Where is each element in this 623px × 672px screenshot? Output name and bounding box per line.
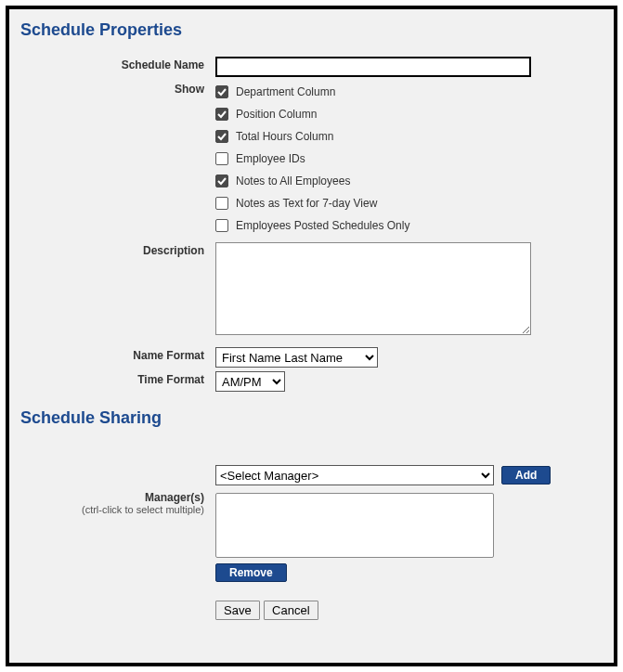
show-option-row: Notes as Text for 7-day View (215, 192, 603, 214)
label-name-format: Name Format (20, 347, 215, 362)
label-description: Description (20, 242, 215, 257)
name-format-select[interactable]: First Name Last Name (215, 347, 378, 368)
show-option-row: Employees Posted Schedules Only (215, 214, 603, 237)
show-option-label: Notes to All Employees (236, 174, 350, 187)
show-option-checkbox[interactable] (215, 130, 228, 143)
show-option-label: Position Column (236, 108, 317, 121)
show-option-checkbox[interactable] (215, 174, 228, 187)
manager-select-dropdown[interactable]: <Select Manager> (215, 465, 494, 485)
cancel-button[interactable]: Cancel (264, 601, 318, 620)
label-schedule-name: Schedule Name (20, 57, 215, 71)
section-title-properties: Schedule Properties (20, 20, 603, 40)
schedule-name-input[interactable] (215, 57, 531, 77)
time-format-select[interactable]: AM/PM (215, 371, 285, 392)
show-option-checkbox[interactable] (215, 85, 228, 98)
label-time-format: Time Format (20, 371, 215, 386)
show-option-label: Department Column (236, 85, 335, 98)
remove-button[interactable]: Remove (215, 563, 287, 582)
show-option-label: Employees Posted Schedules Only (236, 219, 409, 232)
save-button[interactable]: Save (215, 601, 260, 620)
show-option-row: Employee IDs (215, 148, 603, 170)
show-option-checkbox[interactable] (215, 219, 228, 232)
section-title-sharing: Schedule Sharing (20, 408, 603, 428)
add-button[interactable]: Add (501, 466, 551, 485)
show-option-row: Department Column (215, 81, 603, 103)
show-option-checkbox[interactable] (215, 197, 228, 210)
show-option-label: Employee IDs (236, 152, 305, 165)
show-option-row: Position Column (215, 103, 603, 125)
show-option-checkbox[interactable] (215, 152, 228, 165)
label-managers: Manager(s) (ctrl-click to select multipl… (20, 489, 215, 515)
show-option-label: Total Hours Column (236, 130, 333, 143)
description-textarea[interactable] (215, 242, 531, 335)
show-option-label: Notes as Text for 7-day View (236, 197, 377, 210)
show-option-row: Notes to All Employees (215, 170, 603, 192)
settings-panel: Schedule Properties Schedule Name Show D… (9, 9, 614, 663)
show-option-checkbox[interactable] (215, 108, 228, 121)
label-show: Show (20, 81, 215, 96)
show-option-row: Total Hours Column (215, 125, 603, 148)
managers-listbox[interactable] (215, 493, 494, 558)
